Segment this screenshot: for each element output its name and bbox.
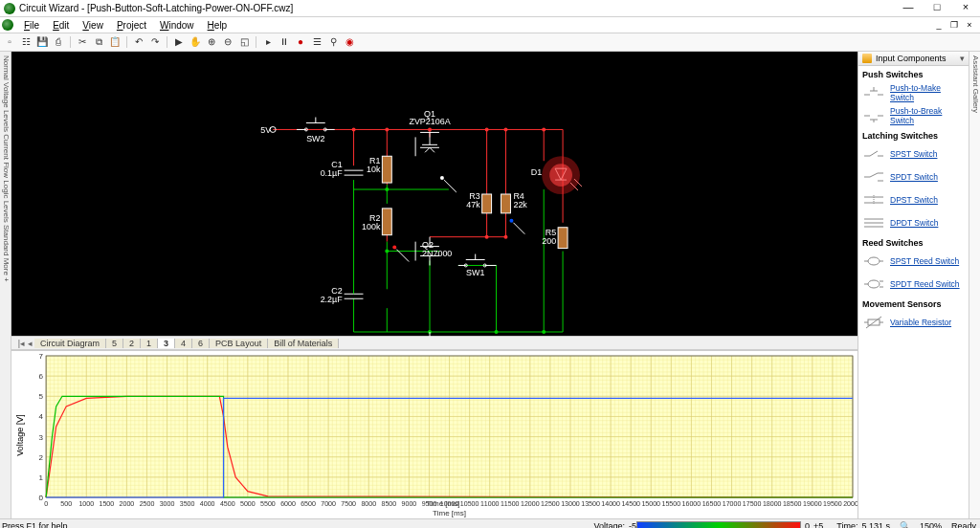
graph-xlabel: Time [ms]	[427, 499, 460, 508]
zoom-out-tool[interactable]: ⊖	[221, 35, 234, 49]
zoom-out-icon[interactable]: 🔍	[890, 521, 910, 529]
save-button[interactable]: 💾	[35, 35, 49, 49]
open-button[interactable]: ☷	[19, 35, 33, 49]
print-button[interactable]: ⎙	[52, 35, 65, 49]
tab-6[interactable]: 6	[192, 339, 210, 348]
close-button[interactable]: ×	[951, 0, 980, 16]
probe-2[interactable]	[509, 219, 524, 234]
svg-point-62	[392, 246, 396, 250]
item-variable-resistor[interactable]: Variable Resistor	[858, 311, 969, 334]
minimize-button[interactable]: —	[894, 0, 923, 16]
voltage-gradient-bar	[636, 521, 801, 529]
maximize-button[interactable]: □	[923, 0, 951, 16]
tab-5[interactable]: 5	[106, 339, 123, 348]
tab-circuit-diagram[interactable]: Circuit Diagram	[34, 339, 106, 348]
menu-help[interactable]: Help	[201, 20, 234, 31]
item-dpst-switch[interactable]: DPST Switch	[858, 188, 969, 211]
status-hint: Press F1 for help	[2, 521, 593, 529]
schematic-canvas[interactable]: 5V SW2 Q1 ZVP2106A C1 0.1µF R1 10k	[11, 52, 858, 336]
label-r4v: 22k	[513, 200, 527, 209]
menu-view[interactable]: View	[76, 20, 110, 31]
pointer-tool[interactable]: ▶	[172, 35, 186, 49]
item-spdt-reed[interactable]: SPDT Reed Switch	[858, 273, 969, 296]
item-push-to-break[interactable]: Push-to-Break Switch	[858, 104, 969, 127]
switch-icon	[862, 146, 885, 162]
switch-icon	[862, 85, 885, 100]
svg-line-53	[444, 180, 457, 192]
paste-button[interactable]: 📋	[108, 35, 122, 49]
svg-point-37	[385, 250, 389, 253]
label-src: 5V	[260, 125, 271, 135]
zoom-in-tool[interactable]: ⊕	[205, 35, 218, 49]
zoom-value[interactable]: 150%	[910, 521, 951, 529]
stop-sim-button[interactable]: ●	[294, 35, 307, 49]
menu-file[interactable]: File	[17, 20, 46, 31]
record-button[interactable]: ◉	[343, 35, 356, 49]
item-spst-reed[interactable]: SPST Reed Switch	[858, 250, 969, 273]
svg-rect-52	[382, 156, 391, 183]
tab-3[interactable]: 3	[158, 339, 175, 348]
vmax: +5	[813, 521, 823, 529]
graph-panel: Voltage [V] 0123456705001000150020002500…	[11, 350, 858, 518]
graph-plot[interactable]: 0123456705001000150020002500300035004000…	[29, 351, 858, 518]
new-button[interactable]: ▫	[3, 35, 16, 49]
status-bar: Press F1 for help Voltage: -5 0 +5 Time:…	[0, 518, 980, 528]
probe-3[interactable]	[392, 246, 409, 262]
section-push-switches: Push Switches	[858, 66, 969, 81]
mdi-restore-button[interactable]: ❐	[947, 20, 961, 30]
svg-rect-55	[382, 209, 391, 235]
pause-sim-button[interactable]: ⏸	[278, 35, 291, 49]
svg-line-436	[870, 173, 878, 177]
tab-nav-prev[interactable]: ◂	[26, 339, 34, 348]
cut-button[interactable]: ✂	[76, 35, 89, 49]
mdi-close-button[interactable]: ×	[963, 20, 976, 30]
svg-text:2: 2	[39, 453, 44, 462]
switch-icon	[862, 215, 885, 231]
switch-icon	[862, 192, 885, 208]
vmid: 0	[801, 521, 813, 529]
mdi-minimize-button[interactable]: _	[932, 20, 946, 30]
label-r3v: 47k	[466, 200, 480, 209]
undo-button[interactable]: ↶	[132, 35, 145, 49]
label-q1p: ZVP2106A	[409, 117, 450, 126]
vmin: -5	[629, 521, 636, 529]
tab-4[interactable]: 4	[175, 339, 192, 348]
tab-1[interactable]: 1	[141, 339, 158, 348]
tab-bill-of-materials[interactable]: Bill of Materials	[268, 339, 339, 348]
svg-point-54	[440, 176, 444, 180]
probe-button[interactable]: ⚲	[326, 35, 340, 49]
left-mode-strip[interactable]: Normal Voltage Levels Current Flow Logic…	[0, 52, 11, 518]
svg-point-28	[485, 127, 489, 131]
redo-button[interactable]: ↷	[148, 35, 162, 49]
chart-button[interactable]: ☰	[310, 35, 323, 49]
svg-point-448	[868, 280, 880, 288]
tab-2[interactable]: 2	[123, 339, 141, 348]
svg-point-33	[385, 187, 389, 191]
palette-dropdown-icon[interactable]: ▾	[956, 54, 969, 63]
run-sim-button[interactable]: ▸	[261, 35, 275, 49]
menu-window[interactable]: Window	[153, 20, 201, 31]
svg-point-35	[495, 330, 499, 334]
menu-bar: File Edit View Project Window Help _ ❐ ×	[0, 17, 980, 33]
label-r5v: 200	[542, 236, 556, 246]
item-dpdt-switch[interactable]: DPDT Switch	[858, 211, 969, 234]
copy-button[interactable]: ⧉	[92, 35, 105, 49]
window-title: Circuit Wizard - [Push-Button-Soft-Latch…	[19, 3, 894, 13]
item-spdt-switch[interactable]: SPDT Switch	[858, 165, 969, 188]
zoom-fit-tool[interactable]: ◱	[237, 35, 251, 49]
menu-project[interactable]: Project	[110, 20, 153, 31]
menu-edit[interactable]: Edit	[46, 20, 76, 31]
svg-point-29	[503, 127, 507, 131]
voltage-label: Voltage:	[593, 521, 629, 529]
switch-icon	[862, 169, 885, 185]
reed-icon	[862, 253, 885, 269]
item-spst-switch[interactable]: SPST Switch	[858, 143, 969, 165]
svg-point-30	[542, 127, 546, 131]
svg-text:5: 5	[39, 392, 44, 401]
tab-pcb-layout[interactable]: PCB Layout	[210, 339, 268, 348]
svg-text:7: 7	[39, 352, 44, 361]
pan-tool[interactable]: ✋	[189, 35, 202, 49]
right-mode-strip[interactable]: Assistant Gallery	[969, 52, 980, 518]
tab-nav-first[interactable]: |◂	[17, 339, 26, 348]
item-push-to-make[interactable]: Push-to-Make Switch	[858, 81, 969, 104]
